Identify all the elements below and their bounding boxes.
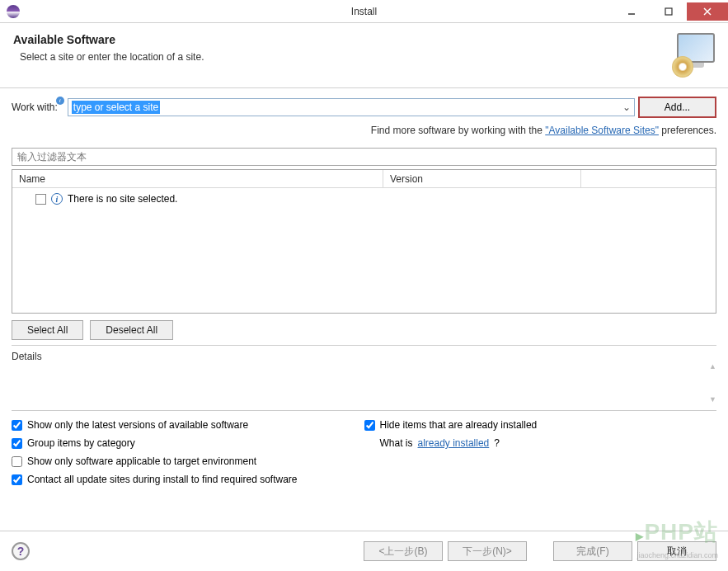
select-all-button[interactable]: Select All	[12, 320, 83, 340]
checkbox-contact-sites[interactable]	[12, 474, 22, 485]
available-sites-link[interactable]: "Available Software Sites"	[545, 125, 659, 136]
software-table: Name Version i There is no site selected…	[12, 169, 716, 314]
details-body: ▲▼	[12, 362, 716, 403]
checkbox-group-category[interactable]	[12, 438, 22, 449]
empty-message: There is no site selected.	[68, 193, 177, 205]
page-heading: Available Software	[13, 33, 204, 46]
next-button[interactable]: 下一步(N)>	[448, 541, 527, 561]
workwith-value: type or select a site	[72, 101, 160, 114]
svg-rect-1	[665, 8, 672, 15]
checkbox-hide-installed[interactable]	[364, 420, 375, 431]
whatis-text: What is already installed?	[364, 437, 717, 449]
checkbox-applicable-target[interactable]	[12, 456, 22, 467]
row-checkbox[interactable]	[35, 194, 46, 205]
deselect-all-button[interactable]: Deselect All	[90, 320, 173, 340]
titlebar: Install	[0, 0, 728, 23]
add-button[interactable]: Add...	[638, 97, 716, 118]
option-contact-sites[interactable]: Contact all update sites during install …	[12, 474, 364, 485]
header-banner: Available Software Select a site or ente…	[0, 23, 728, 88]
finish-button[interactable]: 完成(F)	[553, 541, 632, 561]
page-subheading: Select a site or enter the location of a…	[20, 51, 204, 63]
filter-input[interactable]	[12, 148, 716, 166]
back-button[interactable]: <上一步(B)	[364, 541, 443, 561]
window-title: Install	[351, 6, 377, 17]
footer: ? <上一步(B) 下一步(N)> 完成(F) 取消	[0, 531, 728, 571]
column-version[interactable]: Version	[383, 170, 581, 187]
info-badge-icon: i	[56, 97, 64, 105]
minimize-button[interactable]	[613, 2, 650, 21]
maximize-button[interactable]	[650, 2, 687, 21]
chevron-down-icon: ⌄	[622, 101, 631, 113]
option-hide-installed[interactable]: Hide items that are already installed	[364, 419, 717, 431]
scroll-up-icon: ▲	[709, 362, 716, 370]
column-spacer	[581, 170, 716, 187]
workwith-label: Work with: i	[12, 101, 58, 113]
workwith-combo[interactable]: type or select a site ⌄	[68, 98, 635, 116]
find-more-text: Find more software by working with the "…	[12, 125, 716, 136]
install-wizard-icon	[665, 33, 715, 78]
table-row[interactable]: i There is no site selected.	[12, 191, 716, 206]
scroll-down-icon: ▼	[709, 395, 716, 403]
column-name[interactable]: Name	[12, 170, 383, 187]
details-label: Details	[12, 351, 716, 362]
checkbox-latest-versions[interactable]	[12, 420, 22, 431]
window-controls	[613, 2, 728, 21]
help-button[interactable]: ?	[12, 542, 30, 560]
option-applicable-target[interactable]: Show only software applicable to target …	[12, 455, 364, 467]
close-button[interactable]	[687, 2, 728, 21]
option-latest-versions[interactable]: Show only the latest versions of availab…	[12, 419, 364, 431]
option-group-category[interactable]: Group items by category	[12, 437, 364, 449]
cancel-button[interactable]: 取消	[637, 541, 716, 561]
eclipse-icon	[7, 5, 20, 18]
info-icon: i	[51, 193, 63, 205]
already-installed-link[interactable]: already installed	[418, 437, 490, 449]
